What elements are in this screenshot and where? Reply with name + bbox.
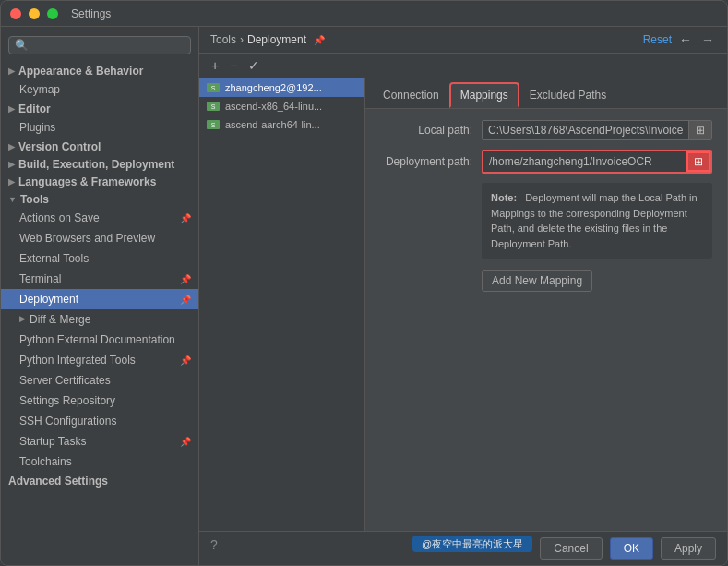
deployment-path-label: Deployment path: — [380, 155, 472, 168]
server-list: S zhangcheng2@192... S ascend-x86_64-lin… — [199, 78, 365, 531]
local-path-row: Local path: ⊞ — [380, 120, 712, 140]
sidebar-label-settings-repo: Settings Repository — [19, 392, 115, 409]
server-list-item-2[interactable]: S ascend-aarch64-lin... — [199, 115, 364, 134]
sidebar-item-plugins[interactable]: Plugins — [1, 117, 198, 138]
sidebar-label-py-int: Python Integrated Tools — [19, 352, 136, 368]
breadcrumb: Tools › Deployment 📌 — [210, 33, 325, 46]
local-path-browse-button[interactable]: ⊞ — [688, 121, 711, 139]
sidebar-item-version-control[interactable]: ▶ Version Control — [1, 138, 198, 155]
note-box: Note: Deployment will map the Local Path… — [482, 183, 712, 259]
minimize-button[interactable] — [29, 8, 40, 19]
deployment-path-input-wrap: ⊞ — [482, 150, 712, 174]
maximize-button[interactable] — [47, 8, 58, 19]
sidebar-item-server-certs[interactable]: Server Certificates — [1, 370, 198, 391]
expand-icon-lang: ▶ — [8, 177, 15, 187]
sidebar-item-external-tools[interactable]: External Tools — [1, 248, 198, 269]
title-bar: Settings — [1, 1, 727, 27]
sidebar-item-actions-on-save[interactable]: Actions on Save 📌 — [1, 208, 198, 228]
expand-icon-vc: ▶ — [8, 142, 15, 151]
sidebar-label-web: Web Browsers and Preview — [19, 230, 155, 247]
sidebar-label-server: Server Certificates — [19, 372, 111, 389]
expand-icon-build: ▶ — [8, 160, 15, 169]
check-button[interactable]: ✓ — [245, 57, 262, 74]
sidebar-item-tools[interactable]: ▼ Tools — [1, 190, 198, 208]
sidebar-item-editor[interactable]: ▶ Editor — [1, 100, 198, 117]
panel-header: Tools › Deployment 📌 Reset ← → — [199, 27, 727, 54]
sidebar-item-python-int[interactable]: Python Integrated Tools 📌 — [1, 350, 198, 370]
sidebar-label-toolchains: Toolchains — [19, 453, 72, 470]
watermark: @夜空中最亮的派大星 — [412, 536, 532, 552]
tab-mappings[interactable]: Mappings — [449, 82, 519, 108]
tabs-bar: Connection Mappings Excluded Paths — [365, 78, 727, 109]
pin-icon-header: 📌 — [314, 35, 325, 45]
sidebar-label-startup: Startup Tasks — [19, 433, 86, 450]
apply-button[interactable]: Apply — [661, 537, 716, 560]
sidebar-item-appearance[interactable]: ▶ Appearance & Behavior — [1, 62, 198, 79]
sidebar-label-diff: Diff & Merge — [30, 311, 90, 328]
pin-icon-py: 📌 — [180, 354, 191, 367]
window-title: Settings — [71, 7, 111, 20]
deploy-content: S zhangcheng2@192... S ascend-x86_64-lin… — [199, 78, 727, 531]
local-path-input-wrap: ⊞ — [482, 120, 712, 140]
server-icon-1: S — [207, 102, 220, 111]
forward-button[interactable]: → — [699, 32, 716, 47]
sidebar-item-deployment[interactable]: Deployment 📌 — [1, 289, 198, 309]
server-list-item-0[interactable]: S zhangcheng2@192... — [199, 78, 364, 97]
sidebar-item-toolchains[interactable]: Toolchains — [1, 452, 198, 472]
sidebar: ▶ Appearance & Behavior Keymap ▶ Editor … — [1, 27, 199, 565]
search-input[interactable] — [15, 39, 185, 52]
server-name-2: ascend-aarch64-lin... — [225, 119, 320, 130]
ok-button[interactable]: OK — [610, 537, 653, 560]
server-list-item-1[interactable]: S ascend-x86_64-linu... — [199, 97, 364, 115]
sidebar-label-editor: Editor — [18, 102, 51, 115]
bottom-bar: ? @夜空中最亮的派大星 Cancel OK Apply — [199, 531, 727, 565]
help-icon[interactable]: ? — [210, 537, 218, 560]
deployment-path-input[interactable] — [483, 152, 686, 171]
sidebar-item-diff-merge[interactable]: ▶ Diff & Merge — [1, 309, 198, 330]
cancel-button[interactable]: Cancel — [540, 537, 602, 560]
deployment-path-browse-button[interactable]: ⊞ — [686, 151, 710, 172]
expand-icon-editor: ▶ — [8, 104, 15, 114]
sidebar-item-keymap[interactable]: Keymap — [1, 79, 198, 100]
sidebar-item-languages[interactable]: ▶ Languages & Frameworks — [1, 173, 198, 190]
sidebar-label-actions: Actions on Save — [19, 210, 100, 226]
sidebar-label-build: Build, Execution, Deployment — [18, 158, 174, 171]
pin-icon-startup: 📌 — [180, 435, 191, 449]
sidebar-label-py-ext: Python External Documentation — [19, 331, 175, 348]
sidebar-label-appearance: Appearance & Behavior — [18, 65, 143, 78]
pin-icon-terminal: 📌 — [180, 272, 191, 286]
sidebar-label-tools: Tools — [20, 193, 49, 206]
server-icon-0: S — [207, 83, 220, 92]
pin-icon-deployment: 📌 — [180, 293, 191, 307]
sidebar-label-keymap: Keymap — [19, 81, 60, 98]
sidebar-item-terminal[interactable]: Terminal 📌 — [1, 269, 198, 289]
tab-excluded-paths[interactable]: Excluded Paths — [519, 83, 616, 107]
breadcrumb-sep: › — [240, 33, 244, 46]
remove-server-button[interactable]: − — [227, 57, 240, 74]
panel-actions: Reset ← → — [643, 32, 716, 47]
sidebar-item-python-ext[interactable]: Python External Documentation — [1, 330, 198, 350]
sidebar-item-web-browsers[interactable]: Web Browsers and Preview — [1, 228, 198, 248]
sidebar-item-build[interactable]: ▶ Build, Execution, Deployment — [1, 155, 198, 173]
pin-icon-actions: 📌 — [180, 211, 191, 225]
local-path-input[interactable] — [483, 121, 688, 139]
expand-icon: ▶ — [8, 66, 15, 76]
add-mapping-button[interactable]: Add New Mapping — [482, 270, 592, 292]
add-server-button[interactable]: + — [209, 57, 221, 74]
server-name-1: ascend-x86_64-linu... — [225, 101, 322, 112]
note-text: Deployment will map the Local Path in Ma… — [491, 192, 698, 249]
back-button[interactable]: ← — [677, 32, 694, 47]
main-panel: Tools › Deployment 📌 Reset ← → + − ✓ — [199, 27, 727, 565]
sidebar-item-ssh[interactable]: SSH Configurations — [1, 411, 198, 431]
reset-button[interactable]: Reset — [643, 33, 672, 46]
sidebar-item-startup[interactable]: Startup Tasks 📌 — [1, 431, 198, 452]
sidebar-label-ssh: SSH Configurations — [19, 413, 116, 429]
deployment-path-row: Deployment path: ⊞ — [380, 150, 712, 174]
deploy-right: Connection Mappings Excluded Paths Local… — [365, 78, 727, 531]
search-box[interactable] — [8, 36, 191, 54]
expand-icon-diff: ▶ — [19, 313, 26, 326]
close-button[interactable] — [10, 8, 21, 19]
sidebar-item-advanced[interactable]: Advanced Settings — [1, 472, 198, 489]
sidebar-item-settings-repo[interactable]: Settings Repository — [1, 391, 198, 411]
tab-connection[interactable]: Connection — [373, 83, 449, 107]
